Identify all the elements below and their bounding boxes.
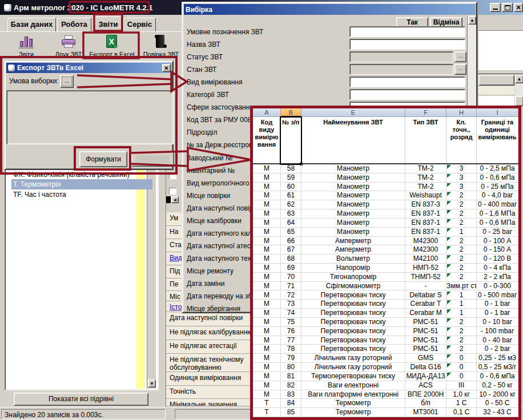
sheet-cell[interactable]: 0 - 120 В xyxy=(477,255,518,264)
sheet-cell[interactable]: 0 - 2,5 мПа xyxy=(477,164,518,173)
sheet-cell[interactable]: 2 - 2 кПа xyxy=(477,273,518,282)
sheet-cell[interactable]: 79 xyxy=(281,354,301,363)
sheet-cell[interactable]: Перетворювач тиску xyxy=(301,336,405,345)
sheet-cell[interactable]: 66 xyxy=(281,237,301,246)
sheet-cell[interactable]: 10 - 2000 кг xyxy=(477,390,518,399)
sheet-cell[interactable]: GMS xyxy=(405,354,446,363)
sheet-cell[interactable]: 60 xyxy=(281,183,301,192)
sheet-cell[interactable]: М42100 xyxy=(405,255,446,264)
sheet-cell[interactable]: 2 xyxy=(446,191,477,200)
sheet-cell[interactable]: 2 xyxy=(446,200,477,209)
sheet-cell[interactable]: 69 xyxy=(281,264,301,273)
sheet-cell[interactable]: 0 - 4 кПа xyxy=(477,264,518,273)
sheet-cell[interactable]: Перетворювач тиску xyxy=(301,318,405,327)
sheet-cell[interactable]: Лічильник газу роторний xyxy=(301,363,405,372)
sheet-cell[interactable]: 0 - 100 А xyxy=(477,237,518,246)
condition-listbox[interactable] xyxy=(6,90,174,144)
sheet-cell[interactable]: 1,0 кг xyxy=(446,390,477,399)
sheet-cell[interactable]: 82 xyxy=(281,381,301,390)
scroll-down-button[interactable]: ▼ xyxy=(148,379,156,387)
sheet-cell[interactable]: EN 837-3 xyxy=(405,200,446,209)
sheet-cell[interactable]: 2 xyxy=(446,245,477,255)
minimize-button[interactable] xyxy=(490,3,501,12)
sheet-cell[interactable]: Лічильник газу роторний xyxy=(301,354,405,363)
sheet-cell[interactable]: 2 xyxy=(446,209,477,219)
sheet-cell[interactable]: 71 xyxy=(281,282,301,291)
sheet-cell[interactable]: 0,5 - 25 м3/г xyxy=(477,363,518,372)
field-panel-item[interactable]: Одиниця вимірювання xyxy=(166,372,253,386)
sheet-cell[interactable]: М xyxy=(253,381,281,390)
tab-Сервіс[interactable]: Сервіс xyxy=(123,18,156,31)
sheet-cell[interactable]: 0 - 1 bar xyxy=(477,309,518,318)
sheet-cell[interactable]: М xyxy=(253,345,281,354)
sheet-cell[interactable]: 67 xyxy=(281,245,301,255)
field-panel-item[interactable]: Дата наступної повірки xyxy=(166,312,253,326)
sheet-cell[interactable]: 0 xyxy=(446,363,477,372)
sheet-cell[interactable]: М xyxy=(253,390,281,399)
sheet-cell[interactable]: 65 xyxy=(281,228,301,237)
vybirka-field-input[interactable] xyxy=(349,39,465,50)
sheet-cell[interactable]: Deltabar S xyxy=(405,291,446,300)
sheet-cell[interactable]: 3 xyxy=(446,183,477,192)
tab-Робота[interactable]: Робота xyxy=(57,18,91,31)
scroll-up-button[interactable]: ▲ xyxy=(515,75,523,83)
sheet-cell[interactable]: 74 xyxy=(281,309,301,318)
sheet-cell[interactable]: ТМ-2 xyxy=(405,173,446,183)
splitter-handle[interactable] xyxy=(166,196,171,203)
sheet-cell[interactable]: М xyxy=(253,354,281,363)
lookup-button[interactable]: ... xyxy=(454,51,466,62)
field-panel-item[interactable]: Не підлягає технічному обслуговуванню xyxy=(166,354,253,372)
sheet-cell[interactable]: Ваги платформні електронні xyxy=(301,390,405,399)
sheet-cell[interactable]: 0 - 1 bar xyxy=(477,300,518,309)
vybirka-field-input[interactable] xyxy=(349,89,465,100)
sheet-cell[interactable]: М xyxy=(253,237,281,246)
scroll-thumb[interactable] xyxy=(515,96,523,106)
sheet-cell[interactable]: - 100 mbar xyxy=(477,327,518,336)
sheet-cell[interactable]: М xyxy=(253,191,281,200)
sheet-cell[interactable]: М xyxy=(253,318,281,327)
sheet-cell[interactable]: Термометр xyxy=(301,408,405,417)
sheet-cell[interactable]: М xyxy=(253,309,281,318)
sheet-cell[interactable]: 2 xyxy=(446,264,477,273)
sheet-cell[interactable]: М xyxy=(253,245,281,255)
sheet-cell[interactable]: ТМ-2 xyxy=(405,164,446,173)
sheet-cell[interactable]: Змм.рт ст xyxy=(446,282,477,291)
list-item[interactable]: Т. Термометрія xyxy=(11,179,152,189)
sheet-cell[interactable]: 0,2 - 50 кг xyxy=(477,381,518,390)
sheet-cell[interactable]: ВПЕ 2000Н xyxy=(405,390,446,399)
sheet-cell[interactable]: 0 - 1,6 МПа xyxy=(477,209,518,219)
browse-button[interactable]: ... xyxy=(60,75,74,88)
sheet-cell[interactable]: PMC-51 xyxy=(405,345,446,354)
sheet-cell[interactable]: Weishaupt xyxy=(405,191,446,200)
vybirka-field-input[interactable] xyxy=(349,51,453,62)
sheet-cell[interactable]: 64 xyxy=(281,219,301,228)
sheet-cell[interactable]: 81 xyxy=(281,372,301,381)
sheet-cell[interactable]: 75 xyxy=(281,318,301,327)
sheet-cell[interactable]: 2 xyxy=(446,345,477,354)
sheet-cell[interactable]: 80 xyxy=(281,363,301,372)
sheet-cell[interactable]: М xyxy=(253,300,281,309)
sheet-cell[interactable]: Т xyxy=(253,399,281,408)
sheet-cell[interactable]: 0 - 0,6 мПа xyxy=(477,372,518,381)
sheet-cell[interactable]: Перетворювач тиску xyxy=(301,345,405,354)
column-header-E[interactable]: E xyxy=(301,108,405,117)
column-header-F[interactable]: F xyxy=(405,108,446,117)
sheet-cell[interactable]: EN 837-1 xyxy=(405,219,446,228)
sheet-cell[interactable]: 32 - 43 С xyxy=(477,408,518,417)
sheet-cell[interactable]: 0 xyxy=(446,354,477,363)
sheet-cell[interactable]: МИДА-ДА13 xyxy=(405,372,446,381)
sheet-cell[interactable]: 0 - 10 bar xyxy=(477,318,518,327)
sheet-cell[interactable]: Перетворювач тиску xyxy=(301,291,405,300)
sheet-cell[interactable]: Cerabar T xyxy=(405,300,446,309)
sheet-cell[interactable]: 3 xyxy=(446,173,477,183)
sheet-cell[interactable]: ТНМП-52 xyxy=(405,273,446,282)
sheet-cell[interactable]: 1 xyxy=(446,309,477,318)
field-panel-item[interactable]: Точність xyxy=(166,386,253,399)
field-panel-item[interactable]: Мінімальне значення xyxy=(166,399,253,406)
sheet-cell[interactable]: б/п xyxy=(405,399,446,408)
sheet-cell[interactable]: Манометр xyxy=(301,191,405,200)
sheet-cell[interactable]: 70 xyxy=(281,273,301,282)
sheet-cell[interactable]: Перетворювач тиску xyxy=(301,309,405,318)
sheet-cell[interactable]: EN 837-1 xyxy=(405,228,446,237)
close-button[interactable]: ✕ xyxy=(514,3,523,12)
